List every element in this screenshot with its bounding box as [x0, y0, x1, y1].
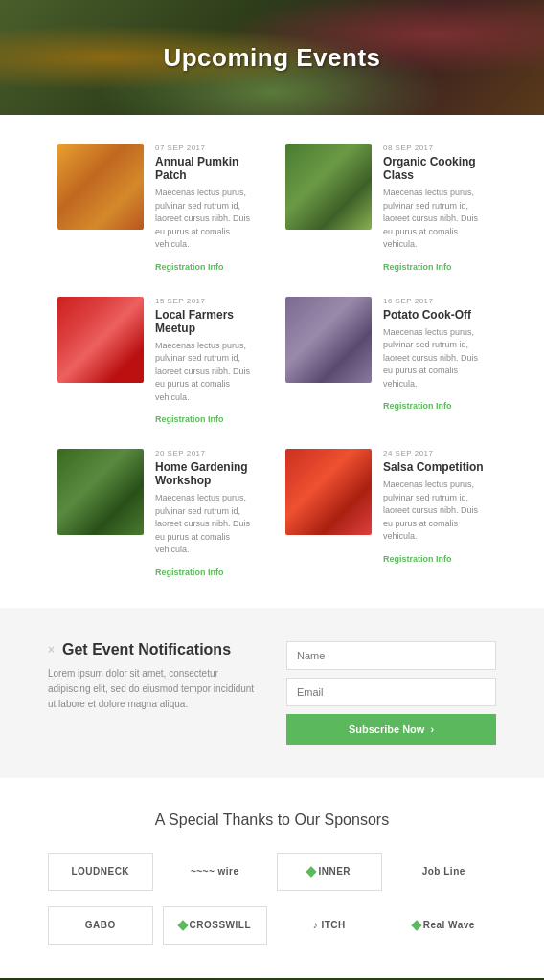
sponsor-logo: ~~~~ wire: [163, 853, 268, 891]
event-image: [285, 449, 372, 535]
sponsor-logo: CROSSWILL: [163, 906, 268, 945]
sponsor-icon: [306, 866, 317, 877]
newsletter-container: × Get Event Notifications Lorem ipsum do…: [0, 608, 544, 778]
event-card: 16 SEP 2017 Potato Cook-Off Maecenas lec…: [285, 297, 487, 427]
event-description: Maecenas lectus purus, pulvinar sed rutr…: [383, 187, 487, 252]
event-description: Maecenas lectus purus, pulvinar sed rutr…: [383, 326, 487, 391]
sponsor-logo: ♪ ITCH: [277, 906, 382, 945]
event-date: 20 SEP 2017: [155, 449, 259, 457]
close-icon[interactable]: ×: [48, 643, 55, 657]
event-card: 07 SEP 2017 Annual Pumkin Patch Maecenas…: [57, 144, 259, 274]
events-section: 07 SEP 2017 Annual Pumkin Patch Maecenas…: [0, 115, 544, 608]
event-info: 24 SEP 2017 Salsa Competition Maecenas l…: [383, 449, 487, 566]
event-date: 24 SEP 2017: [383, 449, 487, 457]
sponsor-logo: GABO: [48, 906, 153, 945]
event-card: 24 SEP 2017 Salsa Competition Maecenas l…: [285, 449, 487, 579]
sponsors-section: A Special Thanks to Our Sponsors LOUDNEC…: [0, 778, 544, 978]
event-info: 20 SEP 2017 Home Gardening Workshop Maec…: [155, 449, 259, 579]
event-title: Local Farmers Meetup: [155, 308, 259, 335]
subscribe-button[interactable]: Subscribe Now ›: [286, 714, 496, 745]
event-date: 16 SEP 2017: [383, 297, 487, 305]
registration-link[interactable]: Registration Info: [383, 401, 452, 411]
newsletter-section: × Get Event Notifications Lorem ipsum do…: [0, 608, 544, 778]
event-image: [285, 144, 372, 230]
newsletter-description: Lorem ipsum dolor sit amet, consectetur …: [48, 666, 258, 712]
event-card: 20 SEP 2017 Home Gardening Workshop Maec…: [57, 449, 259, 579]
registration-link[interactable]: Registration Info: [155, 262, 224, 272]
event-description: Maecenas lectus purus, pulvinar sed rutr…: [155, 340, 259, 405]
event-title: Salsa Competition: [383, 460, 487, 474]
event-description: Maecenas lectus purus, pulvinar sed rutr…: [155, 492, 259, 557]
event-title: Home Gardening Workshop: [155, 460, 259, 487]
event-description: Maecenas lectus purus, pulvinar sed rutr…: [383, 479, 487, 544]
event-title: Potato Cook-Off: [383, 308, 487, 322]
sponsor-icon: [177, 920, 188, 930]
sponsors-grid: LOUDNECK~~~~ wireINNERJob LineGABOCROSSW…: [48, 853, 496, 945]
newsletter-left: × Get Event Notifications Lorem ipsum do…: [48, 641, 258, 712]
newsletter-heading: × Get Event Notifications: [48, 641, 258, 658]
event-title: Annual Pumkin Patch: [155, 155, 259, 182]
newsletter-right: Subscribe Now ›: [286, 641, 496, 745]
event-image: [57, 449, 144, 535]
registration-link[interactable]: Registration Info: [155, 568, 224, 577]
name-input[interactable]: [286, 641, 496, 670]
sponsors-title: A Special Thanks to Our Sponsors: [48, 812, 496, 829]
events-grid: 07 SEP 2017 Annual Pumkin Patch Maecenas…: [57, 144, 487, 579]
event-info: 08 SEP 2017 Organic Cooking Class Maecen…: [383, 144, 487, 274]
registration-link[interactable]: Registration Info: [383, 554, 452, 564]
event-image: [57, 297, 144, 383]
sponsor-logo: Real Wave: [392, 906, 497, 945]
event-title: Organic Cooking Class: [383, 155, 487, 182]
event-info: 07 SEP 2017 Annual Pumkin Patch Maecenas…: [155, 144, 259, 274]
hero-section: Upcoming Events: [0, 0, 544, 115]
sponsor-logo: LOUDNECK: [48, 853, 153, 891]
registration-link[interactable]: Registration Info: [155, 414, 224, 424]
page-title: Upcoming Events: [163, 43, 380, 73]
event-description: Maecenas lectus purus, pulvinar sed rutr…: [155, 187, 259, 252]
event-card: 08 SEP 2017 Organic Cooking Class Maecen…: [285, 144, 487, 274]
email-input[interactable]: [286, 678, 496, 706]
event-date: 08 SEP 2017: [383, 144, 487, 152]
sponsor-logo: Job Line: [392, 853, 497, 891]
event-image: [57, 144, 144, 230]
event-image: [285, 297, 372, 383]
event-date: 15 SEP 2017: [155, 297, 259, 305]
event-info: 15 SEP 2017 Local Farmers Meetup Maecena…: [155, 297, 259, 427]
sponsor-logo: INNER: [277, 853, 382, 891]
event-card: 15 SEP 2017 Local Farmers Meetup Maecena…: [57, 297, 259, 427]
event-info: 16 SEP 2017 Potato Cook-Off Maecenas lec…: [383, 297, 487, 413]
registration-link[interactable]: Registration Info: [383, 262, 452, 272]
event-date: 07 SEP 2017: [155, 144, 259, 152]
sponsor-icon: [411, 920, 421, 930]
